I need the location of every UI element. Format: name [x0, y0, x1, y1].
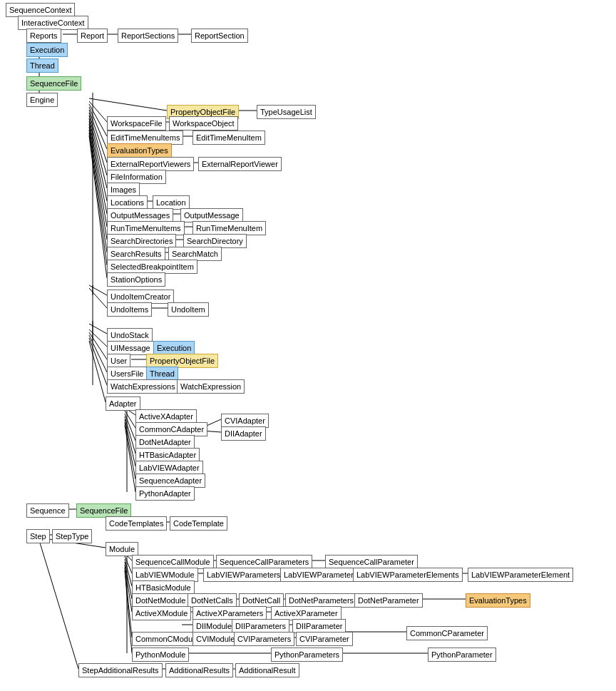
- node-selectedbreakpointitem: SelectedBreakpointItem: [107, 260, 197, 274]
- svg-line-13: [89, 101, 107, 122]
- node-sequencefile: SequenceFile: [26, 76, 81, 91]
- svg-line-52: [125, 422, 135, 479]
- node-sequencefile2: SequenceFile: [76, 503, 131, 518]
- node-undoitem: UndoItem: [168, 302, 209, 317]
- node-thread: Thread: [26, 58, 58, 73]
- svg-line-21: [89, 116, 107, 188]
- node-edittimemenuitem: EditTimeMenuItem: [192, 130, 265, 145]
- node-interactivecontext: InteractiveContext: [18, 16, 88, 30]
- node-thread2: Thread: [146, 367, 178, 381]
- node-propertyobjectfile2: PropertyObjectFile: [146, 354, 218, 368]
- node-labviewadapter: LabVIEWAdapter: [135, 461, 203, 475]
- node-sequence: Sequence: [26, 503, 69, 518]
- svg-line-24: [89, 121, 107, 214]
- node-steptype: StepType: [52, 529, 92, 543]
- node-htbasicmodule: HTBasicModule: [132, 580, 195, 595]
- node-activexparameter: ActiveXParameter: [271, 606, 342, 620]
- svg-line-20: [89, 113, 107, 175]
- svg-line-53: [125, 425, 135, 492]
- node-searchdirectory: SearchDirectory: [183, 234, 247, 248]
- node-externalreportviewer: ExternalReportViewer: [198, 157, 282, 171]
- node-diiparameters: DIIParameters: [232, 619, 289, 633]
- node-cvimodule: CVIModule: [192, 632, 238, 646]
- svg-line-11: [89, 98, 167, 111]
- node-uimessage: UIMessage: [107, 341, 154, 355]
- node-diiparameter: DIIParameter: [292, 619, 346, 633]
- svg-line-70: [125, 562, 132, 599]
- node-labviewparameter: LabVIEWParameter: [280, 568, 357, 582]
- node-reportsection: ReportSection: [191, 29, 248, 43]
- svg-line-40: [89, 332, 107, 359]
- node-stationoptions: StationOptions: [107, 272, 165, 287]
- node-codetemplate: CodeTemplate: [170, 516, 227, 531]
- node-undoitems: UndoItems: [107, 302, 152, 317]
- node-sequencecallparameter: SequenceCallParameter: [325, 555, 418, 569]
- node-module: Module: [106, 542, 138, 556]
- svg-line-33: [89, 135, 107, 278]
- node-searchresults: SearchResults: [107, 247, 165, 261]
- node-activexadapter: ActiveXAdapter: [135, 409, 197, 424]
- node-activexmodule: ActiveXModule: [132, 606, 191, 620]
- node-edittimemenuitems: EditTimeMenuItems: [107, 130, 183, 145]
- node-location: Location: [153, 195, 190, 210]
- node-pythonparameters: PythonParameters: [271, 648, 343, 662]
- svg-line-22: [89, 118, 107, 201]
- node-undostack: UndoStack: [107, 328, 153, 342]
- svg-line-42: [89, 335, 107, 372]
- svg-line-50: [125, 416, 135, 454]
- node-labviewparameters: LabVIEWParameters: [203, 568, 284, 582]
- svg-line-35: [89, 288, 107, 308]
- connection-lines: [0, 0, 616, 691]
- svg-line-32: [89, 133, 107, 265]
- node-sequencecallparameters: SequenceCallParameters: [216, 555, 312, 569]
- svg-line-30: [89, 130, 107, 252]
- node-reportsections: ReportSections: [118, 29, 178, 43]
- node-watchexpression: WatchExpression: [177, 379, 245, 394]
- node-dotnetcall: DotNetCall: [239, 593, 284, 608]
- node-cviparameters: CVIParameters: [234, 632, 294, 646]
- node-execution: Execution: [26, 43, 68, 57]
- node-fileinformation: FileInformation: [107, 170, 166, 184]
- node-additionalresult: AdditionalResult: [235, 663, 299, 677]
- node-dotnetparameter: DotNetParameter: [354, 593, 423, 608]
- node-cviadapter: CVIAdapter: [221, 414, 269, 428]
- node-locations: Locations: [107, 195, 148, 210]
- svg-line-79: [125, 568, 132, 638]
- node-step: Step: [26, 529, 50, 543]
- node-labviewparameterelements: LabVIEWParameterElements: [353, 568, 463, 582]
- svg-line-76: [125, 565, 132, 612]
- node-searchdirectories: SearchDirectories: [107, 234, 176, 248]
- node-engine: Engine: [26, 93, 58, 107]
- node-usersfile: UsersFile: [107, 367, 147, 381]
- node-pythonmodule: PythonModule: [132, 648, 189, 662]
- svg-line-51: [125, 419, 135, 466]
- node-reports: Reports: [26, 29, 61, 43]
- svg-line-48: [125, 411, 135, 428]
- node-pythonparameter: PythonParameter: [428, 648, 496, 662]
- svg-line-90: [39, 541, 78, 669]
- node-codetemplates: CodeTemplates: [106, 516, 167, 531]
- node-evaluationtypes2: EvaluationTypes: [466, 593, 530, 608]
- node-pythonadapter: PythonAdapter: [135, 486, 195, 501]
- node-sequencecontext: SequenceContext: [6, 3, 75, 17]
- node-diimodule: DIIModule: [192, 619, 235, 633]
- node-images: Images: [107, 183, 140, 197]
- node-labviewparameterelement: LabVIEWParameterElement: [468, 568, 573, 582]
- node-dotnetmodule: DotNetModule: [132, 593, 189, 608]
- node-execution2: Execution: [153, 341, 195, 355]
- svg-line-18: [89, 110, 107, 163]
- node-additionalresults: AdditionalResults: [165, 663, 233, 677]
- diagram: SequenceContextInteractiveContextReports…: [0, 0, 616, 691]
- node-dotnetparameters: DotNetParameters: [285, 593, 357, 608]
- node-commoncadapter: CommonCAdapter: [135, 422, 207, 436]
- node-outputmessages: OutputMessages: [107, 208, 173, 222]
- node-workspaceobject: WorkspaceObject: [169, 116, 238, 130]
- node-dotnetcalls: DotNetCalls: [188, 593, 237, 608]
- node-runtimemenuitem: RunTimeMenuItem: [192, 221, 266, 235]
- node-diiadapter: DIIAdapter: [221, 426, 266, 441]
- node-htbasicadapter: HTBasicAdapter: [135, 448, 200, 462]
- node-workspacefile: WorkspaceFile: [107, 116, 166, 130]
- svg-line-44: [89, 338, 107, 385]
- svg-line-28: [89, 127, 107, 240]
- node-activexparameters: ActiveXParameters: [192, 606, 267, 620]
